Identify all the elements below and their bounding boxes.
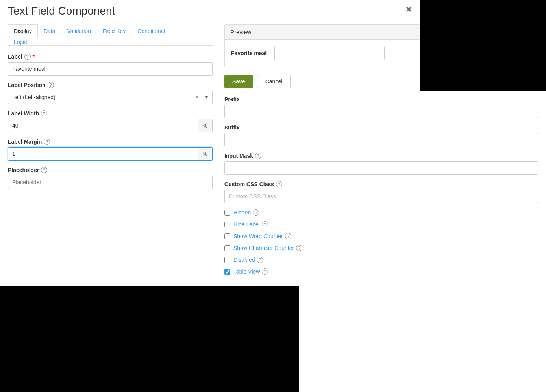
hide-label-checkbox[interactable] xyxy=(224,222,230,227)
prefix-input[interactable] xyxy=(224,105,538,118)
black-overlay-bottom-left xyxy=(0,286,299,392)
label-position-label: Label Position ? xyxy=(8,82,213,88)
prefix-group: Prefix xyxy=(224,96,538,118)
custom-css-label: Custom CSS Class ? xyxy=(224,181,538,187)
tabs: Display Data Validation Field Key Condit… xyxy=(8,24,213,46)
save-button[interactable]: Save xyxy=(224,75,253,88)
label-margin-help-icon[interactable]: ? xyxy=(44,139,50,145)
left-panel: Display Data Validation Field Key Condit… xyxy=(8,24,213,280)
prefix-label: Prefix xyxy=(224,96,538,102)
label-input[interactable] xyxy=(8,62,213,76)
show-char-counter-checkbox-group: Show Character Counter ? xyxy=(224,245,538,251)
label-width-group: Label Width ? % xyxy=(8,110,213,132)
tab-validation[interactable]: Validation xyxy=(61,24,96,37)
custom-css-input[interactable] xyxy=(224,190,538,203)
show-word-counter-label[interactable]: Show Word Counter ? xyxy=(233,233,291,239)
show-word-counter-checkbox[interactable] xyxy=(224,233,230,239)
placeholder-help-icon[interactable]: ? xyxy=(41,167,47,173)
placeholder-input[interactable] xyxy=(8,176,213,189)
input-mask-group: Input Mask ? xyxy=(224,153,538,175)
disabled-text: Disabled xyxy=(233,257,255,263)
label-position-select-value[interactable]: Left (Left-aligned) xyxy=(8,91,193,104)
input-mask-input[interactable] xyxy=(224,161,538,175)
hide-label-help-icon[interactable]: ? xyxy=(262,221,268,227)
hidden-label-text: Hidden xyxy=(233,209,251,216)
show-word-counter-help-icon[interactable]: ? xyxy=(285,233,291,239)
hidden-help-icon[interactable]: ? xyxy=(253,209,259,216)
preview-field-label: Favorite meal xyxy=(231,50,267,56)
table-view-text: Table View xyxy=(233,268,260,275)
label-help-icon[interactable]: ? xyxy=(24,54,31,60)
disabled-label[interactable]: Disabled ? xyxy=(233,257,263,263)
label-margin-label: Label Margin ? xyxy=(8,139,213,145)
label-margin-input-wrapper: % xyxy=(8,147,213,161)
label-group: Label ? * xyxy=(8,54,213,76)
hidden-checkbox-group: Hidden ? xyxy=(224,209,538,216)
disabled-checkbox-group: Disabled ? xyxy=(224,257,538,263)
hidden-label[interactable]: Hidden ? xyxy=(233,209,259,216)
placeholder-text: Placeholder xyxy=(8,167,39,173)
black-overlay-top-right xyxy=(420,0,546,91)
table-view-checkbox-group: Table View ? xyxy=(224,268,538,275)
disabled-help-icon[interactable]: ? xyxy=(257,257,263,263)
hide-label-text: Hide Label xyxy=(233,221,260,227)
hidden-checkbox[interactable] xyxy=(224,210,230,216)
label-position-text: Label Position xyxy=(8,82,46,88)
tab-row-2: Logic xyxy=(8,37,213,45)
preview-field-input[interactable] xyxy=(274,46,385,60)
label-width-suffix: % xyxy=(198,119,212,132)
hide-label-checkbox-group: Hide Label ? xyxy=(224,221,538,227)
show-char-counter-checkbox[interactable] xyxy=(224,245,230,251)
show-char-counter-help-icon[interactable]: ? xyxy=(296,245,302,251)
suffix-label: Suffix xyxy=(224,124,538,131)
table-view-checkbox[interactable] xyxy=(224,269,230,275)
placeholder-group: Placeholder ? xyxy=(8,167,213,189)
show-char-counter-label[interactable]: Show Character Counter ? xyxy=(233,245,302,251)
suffix-input[interactable] xyxy=(224,133,538,146)
label-width-help-icon[interactable]: ? xyxy=(41,110,47,116)
tab-data[interactable]: Data xyxy=(38,24,61,37)
suffix-group: Suffix xyxy=(224,124,538,146)
label-position-help-icon[interactable]: ? xyxy=(48,82,54,88)
disabled-checkbox[interactable] xyxy=(224,257,230,263)
label-width-input-wrapper: % xyxy=(8,119,213,132)
label-width-input[interactable] xyxy=(8,119,198,132)
input-mask-help-icon[interactable]: ? xyxy=(255,153,261,159)
tab-conditional[interactable]: Conditional xyxy=(131,24,171,37)
label-position-arrow-icon[interactable]: ▼ xyxy=(201,94,212,100)
close-button[interactable]: ✕ xyxy=(405,5,412,15)
show-word-counter-text: Show Word Counter xyxy=(233,233,283,239)
label-margin-input[interactable] xyxy=(8,148,198,160)
label-width-label: Label Width ? xyxy=(8,110,213,116)
custom-css-text: Custom CSS Class xyxy=(224,181,274,187)
label-margin-suffix: % xyxy=(198,148,212,160)
custom-css-help-icon[interactable]: ? xyxy=(276,181,282,187)
show-char-counter-text: Show Character Counter xyxy=(233,245,294,251)
page-wrapper: Text Field Component ✕ Display Data Vali… xyxy=(0,0,546,392)
table-view-help-icon[interactable]: ? xyxy=(262,268,268,275)
input-mask-label: Input Mask ? xyxy=(224,153,538,159)
label-margin-text: Label Margin xyxy=(8,139,42,145)
show-word-counter-checkbox-group: Show Word Counter ? xyxy=(224,233,538,239)
tab-logic[interactable]: Logic xyxy=(8,35,33,48)
label-position-select-wrapper: Left (Left-aligned) × ▼ xyxy=(8,91,213,104)
table-view-label[interactable]: Table View ? xyxy=(233,268,268,275)
label-text: Label xyxy=(8,54,22,60)
placeholder-label: Placeholder ? xyxy=(8,167,213,173)
cancel-button[interactable]: Cancel xyxy=(257,75,291,88)
label-width-text: Label Width xyxy=(8,110,39,116)
label-position-group: Label Position ? Left (Left-aligned) × ▼ xyxy=(8,82,213,104)
label-margin-group: Label Margin ? % xyxy=(8,139,213,161)
input-mask-text: Input Mask xyxy=(224,153,253,159)
custom-css-group: Custom CSS Class ? xyxy=(224,181,538,203)
label-position-clear-icon[interactable]: × xyxy=(193,94,201,101)
hide-label-label[interactable]: Hide Label ? xyxy=(233,221,268,227)
label-field-label: Label ? * xyxy=(8,54,213,60)
tab-field-key[interactable]: Field Key xyxy=(97,24,131,37)
label-required: * xyxy=(33,54,35,60)
